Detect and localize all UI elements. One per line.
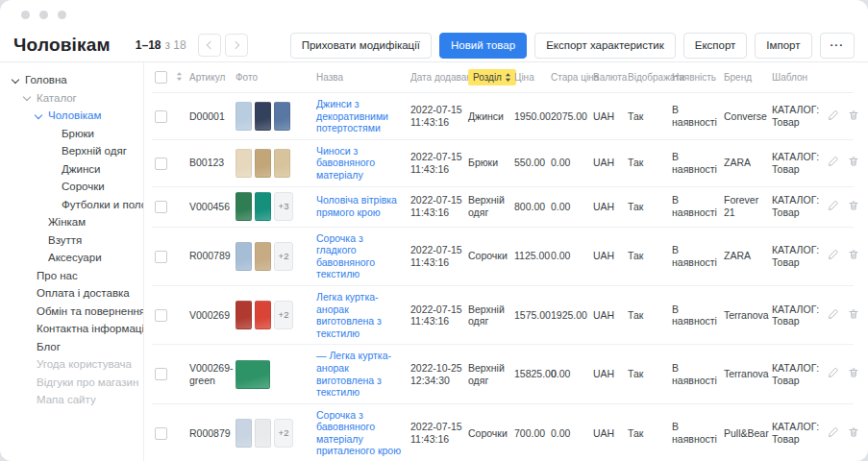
sort-order-icon[interactable] xyxy=(176,71,183,82)
column-header-brand[interactable]: Бренд xyxy=(721,62,769,93)
row-checkbox[interactable] xyxy=(155,368,167,380)
edit-icon[interactable] xyxy=(828,249,839,263)
row-checkbox[interactable] xyxy=(155,158,167,170)
row-checkbox[interactable] xyxy=(155,110,167,123)
import-button[interactable]: Імпорт xyxy=(755,33,811,59)
window-control-dot[interactable] xyxy=(39,11,48,19)
edit-icon[interactable] xyxy=(828,426,839,441)
sidebar-item-сорочки[interactable]: Сорочки xyxy=(0,178,143,196)
row-checkbox[interactable] xyxy=(155,251,167,263)
product-photo[interactable] xyxy=(274,149,290,178)
delete-icon[interactable] xyxy=(848,367,859,381)
column-header-currency[interactable]: Валюта xyxy=(590,62,625,93)
sidebar-item-жінкам[interactable]: Жінкам xyxy=(0,213,143,231)
new-product-button[interactable]: Новий товар xyxy=(439,33,527,59)
product-name-link[interactable]: Сорочка з бавовняного матеріалу притален… xyxy=(316,409,405,457)
more-photos-badge[interactable]: +2 xyxy=(274,242,293,271)
product-name-link[interactable]: — Легка куртка-анорак виготовлена з текс… xyxy=(316,350,405,398)
product-category: Брюки xyxy=(465,139,511,186)
product-photo[interactable] xyxy=(236,192,252,221)
row-checkbox[interactable] xyxy=(155,427,167,440)
product-photo[interactable] xyxy=(236,149,252,178)
sidebar-item-чоловікам[interactable]: Чоловікам xyxy=(0,107,143,125)
sidebar-item-взуття[interactable]: Взуття xyxy=(0,231,143,250)
sidebar-item-угода-користувача[interactable]: Угода користувача xyxy=(0,355,143,374)
row-checkbox[interactable] xyxy=(155,309,167,322)
sidebar-item-каталог[interactable]: Каталог xyxy=(0,89,143,108)
column-header-availability[interactable]: Наявність xyxy=(669,62,721,93)
sorted-column-chip[interactable]: Розділ xyxy=(468,69,516,85)
product-name-link[interactable]: Джинси з декоративними потертостями xyxy=(316,98,405,134)
sidebar-item-мапа-сайту[interactable]: Мапа сайту xyxy=(0,391,143,409)
product-photo[interactable] xyxy=(236,102,252,131)
product-photo[interactable] xyxy=(255,192,271,221)
product-photo[interactable] xyxy=(255,419,271,448)
window-control-dot[interactable] xyxy=(21,11,30,19)
product-photo[interactable] xyxy=(274,102,290,131)
sidebar-item-джинси[interactable]: Джинси xyxy=(0,160,143,179)
sidebar-item-про-нас[interactable]: Про нас xyxy=(0,267,143,285)
product-photo[interactable] xyxy=(255,301,271,329)
product-photo[interactable] xyxy=(236,301,252,329)
more-photos-badge[interactable]: +3 xyxy=(274,192,293,221)
more-photos-badge[interactable]: +2 xyxy=(274,301,293,329)
column-header-sku[interactable]: Артикул xyxy=(186,62,233,93)
sidebar-item-оплата-і-доставка[interactable]: Оплата і доставка xyxy=(0,284,143,303)
window-control-dot[interactable] xyxy=(58,11,66,19)
delete-icon[interactable] xyxy=(848,156,859,170)
sidebar-item-футболки-и-поло[interactable]: Футболки и поло xyxy=(0,196,143,214)
sidebar-item-контактна-інформація[interactable]: Контактна інформація xyxy=(0,320,143,338)
edit-icon[interactable] xyxy=(828,109,839,124)
delete-icon[interactable] xyxy=(848,249,859,263)
column-header-price[interactable]: Ціна xyxy=(511,62,548,93)
product-availability: В наявності xyxy=(669,403,721,461)
product-sku: R000789 xyxy=(186,227,233,285)
column-header-template[interactable]: Шаблон xyxy=(769,62,819,93)
product-old-price: 1925.00 xyxy=(548,285,590,344)
product-photo[interactable] xyxy=(236,419,252,448)
delete-icon[interactable] xyxy=(848,200,859,214)
next-page-button[interactable] xyxy=(225,34,248,57)
product-photo[interactable] xyxy=(236,242,252,271)
sidebar-item-відгуки-про-магазин[interactable]: Відгуки про магазин xyxy=(0,374,143,392)
column-header-old-price[interactable]: Стара ціна xyxy=(548,62,590,93)
export-characteristics-button[interactable]: Експорт характеристик xyxy=(534,33,676,59)
product-photo[interactable] xyxy=(255,242,271,271)
edit-icon[interactable] xyxy=(828,308,839,323)
edit-icon[interactable] xyxy=(828,156,839,170)
column-header-photo: Фото xyxy=(233,62,313,93)
product-name-link[interactable]: Чоловіча вітрівка прямого крою xyxy=(316,194,405,218)
edit-icon[interactable] xyxy=(828,367,839,381)
product-name-link[interactable]: Легка куртка-анорак виготовлена з тексти… xyxy=(316,291,405,339)
sidebar-item-верхній-одяг[interactable]: Верхній одяг xyxy=(0,142,143,160)
sidebar-item-аксесуари[interactable]: Аксесуари xyxy=(0,249,143,267)
delete-icon[interactable] xyxy=(848,426,859,441)
product-name-link[interactable]: Сорочка з гладкого бавовняного текстилю xyxy=(316,232,405,280)
sidebar-item-блог[interactable]: Блог xyxy=(0,338,143,356)
more-photos-badge[interactable]: +2 xyxy=(274,419,293,448)
column-header-date-added[interactable]: Дата додавання xyxy=(408,62,465,93)
export-button[interactable]: Експорт xyxy=(683,33,748,59)
prev-page-button[interactable] xyxy=(198,34,221,57)
sidebar-item-брюки[interactable]: Брюки xyxy=(0,125,143,143)
product-sku: R000879 xyxy=(186,403,233,461)
row-checkbox[interactable] xyxy=(155,201,167,213)
column-header-name[interactable]: Назва xyxy=(313,62,408,93)
delete-icon[interactable] xyxy=(848,308,859,323)
more-actions-button[interactable]: ··· xyxy=(820,33,856,59)
sidebar-item-головна[interactable]: Головна xyxy=(0,71,143,89)
product-name-link[interactable]: Чиноси з бавовняного матеріалу xyxy=(316,145,405,182)
hide-modifications-button[interactable]: Приховати модифікації xyxy=(290,33,432,59)
delete-icon[interactable] xyxy=(848,109,859,124)
product-price: 1125.00 xyxy=(511,227,548,285)
product-old-price: 0.00 xyxy=(548,227,590,285)
sidebar-item-обмін-та-повернення[interactable]: Обмін та повернення xyxy=(0,303,143,321)
product-photo[interactable] xyxy=(255,149,271,178)
column-header-display[interactable]: Відображати xyxy=(625,62,669,93)
sidebar-item-label: Каталог xyxy=(37,92,77,105)
product-price: 700.00 xyxy=(511,403,548,461)
product-photo[interactable] xyxy=(255,102,271,131)
select-all-checkbox[interactable] xyxy=(155,71,167,84)
edit-icon[interactable] xyxy=(828,200,839,214)
product-photo[interactable] xyxy=(236,360,270,389)
